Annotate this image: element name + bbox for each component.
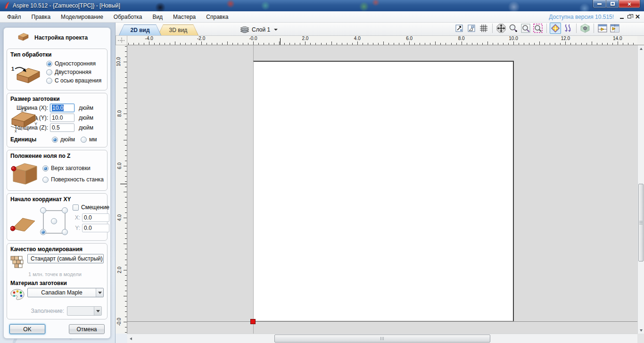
- cancel-button[interactable]: Отмена: [69, 324, 105, 334]
- ruler-tick: [125, 202, 127, 203]
- ruler-tick: [565, 41, 566, 45]
- menu-item[interactable]: Моделирование: [56, 12, 108, 22]
- radio-rotary[interactable]: [46, 78, 52, 84]
- ruler-tick: [597, 43, 597, 45]
- ruler-tick: [560, 43, 561, 45]
- chevron-down-icon: [96, 310, 100, 312]
- horizontal-scroll-thumb[interactable]: [274, 335, 490, 343]
- ruler-tick: [125, 145, 127, 146]
- ruler-tick: [124, 192, 127, 192]
- tab-3d-view[interactable]: 3D вид: [158, 24, 198, 35]
- ruler-tick: [124, 322, 127, 322]
- layout-split-icon[interactable]: [609, 23, 620, 34]
- radio-z-top[interactable]: [42, 165, 49, 172]
- ruler-origin-button[interactable]: [116, 36, 127, 45]
- radio-origin-top-right[interactable]: [62, 207, 68, 213]
- radio-origin-center[interactable]: [51, 218, 57, 224]
- ruler-tick: [264, 43, 264, 45]
- radio-origin-top-left[interactable]: [40, 207, 46, 213]
- scroll-left-arrow[interactable]: [127, 334, 134, 343]
- ruler-tick: [196, 43, 197, 45]
- menu-item[interactable]: Файл: [2, 12, 26, 22]
- ruler-tick: [274, 43, 274, 45]
- ruler-tick: [133, 43, 134, 45]
- thickness-field[interactable]: 0.5: [50, 123, 74, 132]
- mdi-minimize-icon[interactable]: [620, 18, 624, 19]
- ruler-tick: [363, 43, 363, 45]
- wrap-view-icon[interactable]: [562, 23, 573, 34]
- zoom-box-icon[interactable]: [520, 23, 531, 34]
- vertical-scroll-thumb[interactable]: [638, 184, 644, 261]
- cursor-position-marker: [120, 184, 127, 184]
- vertical-scrollbar[interactable]: [637, 45, 644, 334]
- ruler-tick: [125, 249, 127, 249]
- ruler-tick: [243, 43, 243, 45]
- pan-view-icon[interactable]: [495, 23, 507, 34]
- ruler-tick: [125, 135, 127, 135]
- zoom-to-material-icon[interactable]: [466, 23, 477, 34]
- ruler-tick: [125, 98, 127, 98]
- svg-text:1: 1: [11, 66, 14, 72]
- offset-y-field[interactable]: 0.0: [82, 224, 109, 232]
- option-label: С осью вращения: [55, 77, 101, 84]
- z-zero-position-icon: [10, 161, 40, 187]
- toolbar-separator: [576, 24, 577, 33]
- radio-origin-bottom-right[interactable]: [62, 229, 68, 235]
- restore-button[interactable]: [606, 0, 619, 8]
- ruler-tick: [315, 43, 316, 45]
- offset-x-field[interactable]: 0.0: [82, 213, 109, 222]
- toggle-vectors-icon[interactable]: [550, 23, 561, 34]
- horizontal-ruler: -4.0-2.0-0.02.04.06.08.010.012.014.0: [127, 36, 637, 45]
- radio-units-inches[interactable]: [52, 137, 58, 143]
- modeling-resolution-select[interactable]: Стандарт (самый быстрый): [27, 254, 104, 263]
- ruler-label: 2.0: [302, 36, 308, 41]
- ok-button[interactable]: OK: [9, 324, 45, 334]
- ruler-tick: [159, 43, 160, 45]
- menu-item[interactable]: Справка: [201, 12, 233, 22]
- layer-selector[interactable]: Слой 1: [240, 26, 278, 35]
- ruler-tick: [279, 41, 280, 45]
- drawing-canvas[interactable]: [127, 45, 637, 334]
- close-button[interactable]: ×: [619, 0, 640, 8]
- rotate-3d-view-icon[interactable]: [579, 23, 591, 34]
- radio-single-sided[interactable]: [46, 61, 52, 67]
- menu-item[interactable]: Обработка: [108, 12, 148, 22]
- zoom-to-selection-icon[interactable]: [532, 23, 544, 34]
- ruler-tick: [217, 43, 217, 45]
- radio-units-mm[interactable]: [81, 137, 87, 143]
- ruler-tick: [125, 119, 127, 119]
- radio-z-bed[interactable]: [42, 177, 49, 183]
- ruler-tick: [321, 43, 322, 45]
- ruler-tick: [125, 67, 127, 67]
- snap-grid-icon[interactable]: [478, 23, 489, 34]
- menu-item[interactable]: Вид: [147, 12, 168, 22]
- zoom-to-drawing-icon[interactable]: [454, 23, 465, 34]
- scroll-up-arrow[interactable]: [638, 45, 644, 52]
- update-version-link[interactable]: Доступна версия 10.515!: [549, 14, 614, 20]
- layout-2d-3d-icon[interactable]: [597, 23, 608, 34]
- ruler-tick: [446, 43, 446, 45]
- mdi-close-icon[interactable]: ✕: [635, 14, 640, 20]
- menu-item[interactable]: Правка: [26, 12, 56, 22]
- offset-checkbox[interactable]: [73, 204, 79, 211]
- height-field[interactable]: 10.0: [50, 114, 74, 122]
- horizontal-scrollbar[interactable]: [127, 334, 637, 343]
- tab-2d-view[interactable]: 2D вид: [119, 24, 161, 35]
- mdi-restore-icon[interactable]: [627, 15, 631, 18]
- ruler-tick: [232, 43, 233, 45]
- material-select[interactable]: Canadian Maple: [27, 288, 104, 297]
- radio-double-sided[interactable]: [46, 69, 52, 75]
- chevron-down-icon: [98, 292, 102, 294]
- minimize-button[interactable]: [593, 0, 606, 8]
- radio-origin-bottom-left[interactable]: [40, 229, 46, 235]
- xy-origin-group: Начало координат XY: [7, 193, 107, 241]
- zoom-interactive-icon[interactable]: [508, 23, 519, 34]
- scroll-down-arrow[interactable]: [638, 327, 644, 334]
- z-zero-group: Положение ноля по Z В: [7, 150, 107, 191]
- width-field[interactable]: 10.0: [50, 104, 74, 112]
- ruler-tick: [125, 51, 127, 52]
- ruler-tick: [125, 223, 127, 223]
- menu-item[interactable]: Мастера: [168, 12, 201, 22]
- ruler-tick: [539, 41, 540, 45]
- ruler-tick: [586, 43, 587, 45]
